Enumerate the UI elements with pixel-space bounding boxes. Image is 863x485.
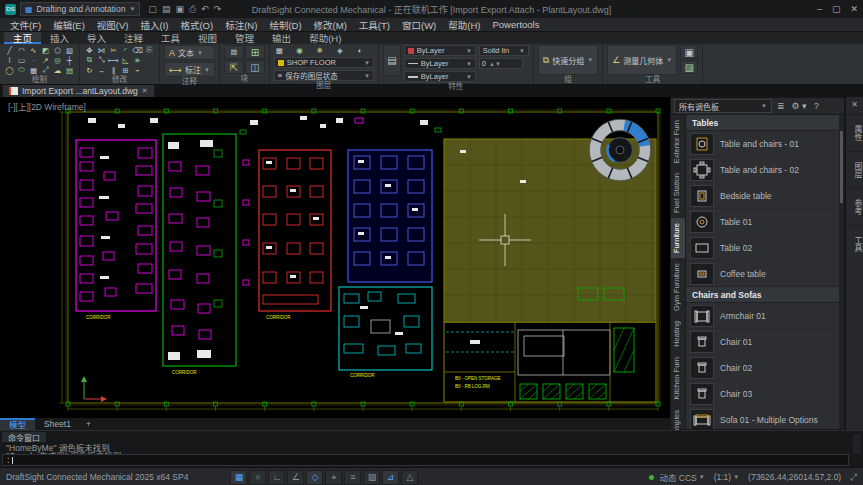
layer-isolate-icon[interactable]: ◐ — [355, 45, 366, 55]
minimize-button[interactable]: – — [817, 4, 822, 14]
wipeout-icon[interactable]: ▧ — [64, 45, 75, 55]
trim-icon[interactable]: ✂ — [108, 45, 119, 55]
palette-scrollbar[interactable] — [839, 115, 844, 429]
ortho-toggle[interactable]: ∟ — [268, 470, 285, 485]
menu-item-9[interactable]: 窗口(W) — [396, 18, 442, 32]
layer-states-dropdown[interactable]: ≡ 保存的图层状态 ▼ — [274, 70, 374, 81]
palette-item[interactable]: Table and chairs - 01 — [686, 131, 839, 157]
save-icon[interactable]: ▣ — [175, 4, 184, 15]
layer-on-icon[interactable]: ◉ — [294, 45, 305, 55]
menu-item-11[interactable]: Powertools — [486, 19, 545, 30]
palette-scrollbar-thumb[interactable] — [840, 131, 843, 203]
menu-item-3[interactable]: 插入(I) — [134, 18, 174, 32]
isolate-entities-icon[interactable]: ▣ — [680, 45, 698, 59]
new-icon[interactable]: ▢ — [148, 4, 157, 15]
color-dropdown[interactable]: ByLayer▼ — [404, 45, 476, 56]
scale-icon[interactable]: ⤡ — [96, 55, 107, 65]
help-icon[interactable]: ? — [812, 101, 821, 111]
palette-tab-gym-furniture[interactable]: Gym Furniture — [671, 258, 685, 316]
centerline-icon[interactable]: ┼ — [64, 55, 75, 65]
rotate-icon[interactable]: ↻ — [84, 65, 95, 75]
insert-block-icon[interactable]: ⧈ — [224, 45, 244, 59]
document-tab-close-icon[interactable]: ✕ — [142, 87, 148, 95]
attach-reference-icon[interactable]: ⇱ — [224, 60, 244, 74]
menu-item-1[interactable]: 编辑(E) — [47, 18, 91, 32]
menu-item-7[interactable]: 修改(M) — [308, 18, 353, 32]
grid-toggle[interactable]: ▦ — [230, 470, 247, 485]
ray-icon[interactable]: ↗ — [40, 55, 51, 65]
rectangle-icon[interactable]: ▭ — [16, 55, 27, 65]
sheet-tab-1[interactable]: Sheet1 — [35, 418, 80, 430]
palette-item[interactable]: Armchair 01 — [686, 303, 839, 329]
palette-item[interactable]: Bedside table — [686, 183, 839, 209]
linestyle-dropdown[interactable]: ByLayer▼ — [404, 58, 476, 69]
palette-selector[interactable]: 所有调色板 ▼ — [674, 99, 772, 113]
palette-tab-heating[interactable]: Heating — [671, 316, 685, 352]
ribbon-tab-0[interactable]: 主页 — [4, 31, 41, 44]
esnap-toggle[interactable]: ◇ — [306, 470, 323, 485]
fillet-icon[interactable]: ◜ — [120, 45, 131, 55]
lineweight-toggle[interactable]: ≡ — [344, 470, 361, 485]
scale-selector[interactable]: (1:1)▼ — [714, 472, 739, 482]
polygon-icon[interactable]: ⬠ — [52, 45, 63, 55]
copy-icon[interactable]: ⧉ — [84, 55, 95, 65]
palette-item[interactable]: Sofa 01 - Multiple Options — [686, 407, 839, 429]
weld-join-icon[interactable]: ⌁ — [132, 65, 143, 75]
layer-lock-icon[interactable]: ◈ — [334, 45, 345, 55]
undo-icon[interactable]: ↶ — [201, 4, 209, 15]
menu-item-2[interactable]: 视图(V) — [91, 18, 135, 32]
palette-tab-kitchen-furn[interactable]: Kitchen Furn — [671, 352, 685, 405]
polar-toggle[interactable]: ∠ — [287, 470, 304, 485]
explode-icon[interactable]: ✳ — [132, 55, 143, 65]
ribbon-tab-3[interactable]: 注释 — [115, 31, 152, 44]
region-icon[interactable]: ◩ — [40, 45, 51, 55]
maximize-button[interactable]: ▢ — [832, 4, 841, 14]
docked-tab-2[interactable]: 参考 — [846, 188, 863, 225]
extend-icon[interactable]: ⟼ — [108, 55, 119, 65]
dimension-button[interactable]: ⟷标注▼ — [164, 62, 215, 77]
ccs-selector[interactable]: 动态 CCS▼ — [649, 471, 704, 483]
revision-cloud-icon[interactable]: ☁ — [52, 65, 63, 75]
ribbon-tab-1[interactable]: 插入 — [41, 31, 78, 44]
palette-tab-fuel-station[interactable]: Fuel Station — [671, 168, 685, 218]
palette-tab-exterior-furn[interactable]: Exterior Furn — [671, 115, 685, 168]
open-icon[interactable]: ▤ — [162, 4, 171, 15]
docked-tab-3[interactable]: 工具 — [846, 225, 863, 262]
etrack-toggle[interactable]: ⌖ — [325, 470, 342, 485]
command-input[interactable]: : — [2, 454, 849, 466]
linestyle-name-dropdown[interactable]: Solid lin▼ — [479, 45, 529, 56]
ellipse-icon[interactable]: ⬭ — [16, 65, 27, 75]
ribbon-tab-2[interactable]: 导入 — [78, 31, 115, 44]
workspace-selector[interactable]: ▦ Drafting and Annotation ▼ — [20, 2, 140, 16]
hatch-icon[interactable]: ▦ — [28, 65, 39, 75]
menu-item-10[interactable]: 帮助(H) — [442, 18, 486, 32]
menu-item-0[interactable]: 文件(F) — [4, 18, 47, 32]
palette-item[interactable]: Table 02 — [686, 235, 839, 261]
ribbon-tab-7[interactable]: 输出 — [263, 31, 300, 44]
command-scrollbar[interactable] — [853, 434, 861, 454]
erase-icon[interactable]: ⌫ — [132, 45, 143, 55]
close-button[interactable]: ✕ — [850, 4, 858, 14]
move-icon[interactable]: ✥ — [84, 45, 95, 55]
layer-manager-icon[interactable]: ▦ — [274, 45, 285, 55]
offset-icon[interactable]: ∥ — [108, 65, 119, 75]
palette-item[interactable]: Table and chairs - 02 — [686, 157, 839, 183]
line-icon[interactable]: ╱ — [4, 45, 15, 55]
circle-icon[interactable]: ◯ — [4, 65, 15, 75]
ribbon-tab-4[interactable]: 工具 — [152, 31, 189, 44]
menu-item-8[interactable]: 工具(T) — [353, 18, 396, 32]
palette-item[interactable]: Chair 03 — [686, 381, 839, 407]
viewport-label[interactable]: [-][上][2D Wireframe] — [8, 100, 86, 112]
ring-icon[interactable]: ◎ — [52, 55, 63, 65]
palette-item[interactable]: Chair 02 — [686, 355, 839, 381]
docked-tab-1[interactable]: 图层 — [846, 151, 863, 188]
ribbon-tab-8[interactable]: 帮助(H) — [300, 31, 350, 44]
menu-item-5[interactable]: 标注(N) — [219, 18, 263, 32]
gear-icon[interactable]: ⚙ ▾ — [790, 101, 809, 111]
redo-icon[interactable]: ↷ — [214, 4, 222, 15]
transparency-toggle[interactable]: ▨ — [363, 470, 380, 485]
polyline-icon[interactable]: ⌇ — [4, 55, 15, 65]
ribbon-tab-6[interactable]: 管理 — [226, 31, 263, 44]
list-view-icon[interactable]: ≣ — [775, 101, 787, 111]
pattern-icon[interactable]: ⊞ — [120, 65, 131, 75]
